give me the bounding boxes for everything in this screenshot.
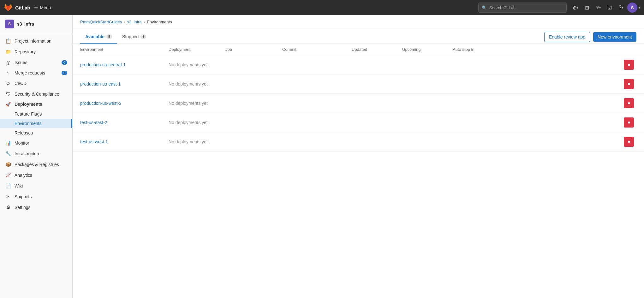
- env-stop-button-1[interactable]: ■: [624, 60, 634, 70]
- breadcrumb-current: Environments: [147, 20, 172, 24]
- merge-requests-icon: ⑂: [5, 71, 11, 75]
- environments-label: Environments: [15, 121, 42, 126]
- topnav-icon-group: ⊕ ▾ ⊞ ⑂ ▾ ☑ ? ▾ S ▾: [570, 3, 640, 13]
- dock-symbol: ⊞: [585, 5, 589, 11]
- sidebar-item-wiki[interactable]: 📄 Wiki: [0, 181, 72, 191]
- header-commit: Commit: [282, 47, 352, 52]
- tab-available-count: 5: [106, 34, 112, 39]
- env-link-2[interactable]: production-us-east-1: [80, 81, 121, 86]
- create-chevron: ▾: [577, 6, 578, 9]
- project-avatar: S: [5, 20, 14, 28]
- sidebar-item-repository[interactable]: 📁 Repository: [0, 46, 72, 57]
- env-link-3[interactable]: production-us-west-2: [80, 101, 122, 106]
- stop-icon-2: ■: [628, 82, 630, 86]
- breadcrumb-s3infra[interactable]: s3_infra: [127, 20, 142, 24]
- help-chevron: ▾: [622, 6, 623, 9]
- sidebar: S s3_infra 📋 Project information 📁 Repos…: [0, 15, 73, 298]
- create-button[interactable]: ⊕ ▾: [570, 3, 581, 13]
- merge-requests-badge: 0: [62, 71, 67, 75]
- merge-request-icon[interactable]: ⑂ ▾: [593, 3, 603, 13]
- sidebar-subitem-feature-flags[interactable]: Feature Flags: [0, 109, 72, 119]
- sidebar-subitem-environments[interactable]: Environments: [0, 119, 72, 128]
- header-environment: Environment: [80, 47, 169, 52]
- env-action-cell-3: ■: [510, 98, 636, 108]
- env-name-5: test-us-west-1: [80, 139, 169, 144]
- sidebar-item-security-compliance[interactable]: 🛡 Security & Compliance: [0, 89, 72, 99]
- user-avatar[interactable]: S: [627, 3, 637, 13]
- gitlab-logo[interactable]: GitLab: [4, 3, 30, 12]
- env-deploy-2: No deployments yet: [169, 81, 225, 86]
- todo-icon[interactable]: ☑: [605, 3, 615, 13]
- sidebar-item-deployments[interactable]: 🚀 Deployments: [0, 99, 72, 109]
- plus-icon: ⊕: [573, 5, 577, 11]
- header-actions: [510, 47, 636, 52]
- env-stop-button-4[interactable]: ■: [624, 117, 634, 128]
- env-stop-button-2[interactable]: ■: [624, 79, 634, 89]
- env-link-1[interactable]: production-ca-central-1: [80, 62, 126, 67]
- env-link-4[interactable]: test-us-east-2: [80, 120, 107, 125]
- infrastructure-icon: 🔧: [5, 151, 11, 157]
- sidebar-item-snippets[interactable]: ✂ Snippets: [0, 191, 72, 202]
- env-action-cell-4: ■: [510, 117, 636, 128]
- env-deploy-1: No deployments yet: [169, 62, 225, 67]
- tab-actions: Enable review app New environment: [544, 32, 636, 42]
- stop-icon-1: ■: [628, 63, 630, 67]
- todo-symbol: ☑: [607, 5, 612, 11]
- help-icon[interactable]: ? ▾: [616, 3, 626, 13]
- deployments-icon: 🚀: [5, 102, 11, 107]
- snippets-icon: ✂: [5, 194, 11, 200]
- env-row-production-ca-central-1: production-ca-central-1 No deployments y…: [73, 55, 644, 74]
- sidebar-item-project-information[interactable]: 📋 Project information: [0, 36, 72, 46]
- env-action-cell-2: ■: [510, 79, 636, 89]
- sidebar-item-issues[interactable]: ◎ Issues 0: [0, 57, 72, 68]
- stop-icon-4: ■: [628, 120, 630, 125]
- sidebar-label-monitor: Monitor: [15, 140, 29, 146]
- tab-stopped-count: 1: [140, 34, 146, 39]
- env-row-production-us-west-2: production-us-west-2 No deployments yet …: [73, 94, 644, 113]
- env-row-production-us-east-1: production-us-east-1 No deployments yet …: [73, 74, 644, 94]
- sidebar-item-settings[interactable]: ⚙ Settings: [0, 202, 72, 213]
- breadcrumb-sep-2: ›: [144, 20, 145, 24]
- env-action-cell-1: ■: [510, 60, 636, 70]
- sidebar-item-cicd[interactable]: ⟳ CI/CD: [0, 78, 72, 89]
- menu-button[interactable]: ☰ Menu: [34, 5, 51, 10]
- sidebar-item-packages-registries[interactable]: 📦 Packages & Registries: [0, 159, 72, 170]
- tab-stopped[interactable]: Stopped 1: [117, 30, 151, 44]
- tab-available[interactable]: Available 5: [80, 30, 117, 44]
- main-content: PmmQuickStartGuides › s3_infra › Environ…: [73, 15, 644, 298]
- env-stop-button-5[interactable]: ■: [624, 137, 634, 147]
- env-stop-button-3[interactable]: ■: [624, 98, 634, 108]
- sidebar-label-cicd: CI/CD: [15, 81, 27, 86]
- new-environment-button[interactable]: New environment: [593, 32, 636, 42]
- mr-symbol: ⑂: [596, 5, 599, 10]
- sidebar-project-header[interactable]: S s3_infra: [0, 15, 72, 33]
- sidebar-label-analytics: Analytics: [15, 173, 32, 178]
- tab-bar: Available 5 Stopped 1 Enable review app …: [73, 30, 644, 44]
- header-auto-stop: Auto stop in: [453, 47, 510, 52]
- env-link-5[interactable]: test-us-west-1: [80, 139, 108, 144]
- enable-review-app-button[interactable]: Enable review app: [544, 32, 590, 42]
- env-deploy-5: No deployments yet: [169, 139, 225, 144]
- brand-name: GitLab: [15, 5, 30, 10]
- tab-available-label: Available: [85, 34, 104, 39]
- repository-icon: 📁: [5, 49, 11, 55]
- sidebar-item-merge-requests[interactable]: ⑂ Merge requests 0: [0, 68, 72, 78]
- sidebar-item-infrastructure[interactable]: 🔧 Infrastructure: [0, 148, 72, 159]
- env-row-test-us-west-1: test-us-west-1 No deployments yet ■: [73, 132, 644, 152]
- search-icon: 🔍: [482, 5, 487, 10]
- search-bar[interactable]: 🔍 Search GitLab: [478, 3, 567, 13]
- sidebar-label-deployments: Deployments: [15, 102, 42, 107]
- sidebar-item-monitor[interactable]: 📊 Monitor: [0, 138, 72, 148]
- mr-chevron: ▾: [599, 6, 601, 9]
- env-deploy-4: No deployments yet: [169, 120, 225, 125]
- env-row-test-us-east-2: test-us-east-2 No deployments yet ■: [73, 113, 644, 132]
- hamburger-icon: ☰: [34, 5, 38, 10]
- wiki-icon: 📄: [5, 183, 11, 189]
- sidebar-subitem-releases[interactable]: Releases: [0, 128, 72, 138]
- sidebar-label-settings: Settings: [15, 205, 31, 210]
- breadcrumb-pmm[interactable]: PmmQuickStartGuides: [80, 20, 122, 24]
- security-icon: 🛡: [5, 91, 11, 97]
- header-upcoming: Upcoming: [402, 47, 453, 52]
- dock-icon[interactable]: ⊞: [582, 3, 592, 13]
- sidebar-item-analytics[interactable]: 📈 Analytics: [0, 170, 72, 181]
